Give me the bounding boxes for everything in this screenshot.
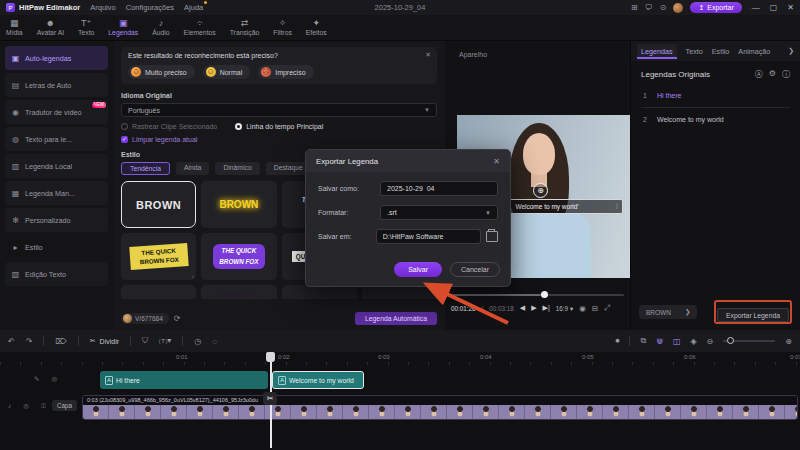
language-dropdown[interactable]: Português▼ [121, 103, 437, 117]
folder-icon[interactable] [486, 231, 498, 242]
speed-icon[interactable]: ◷ [194, 337, 201, 346]
translate-icon[interactable]: Ⓐ [755, 69, 763, 80]
feedback-normal-button[interactable]: ☺Normal [203, 65, 251, 79]
minimize-button[interactable]: — [752, 3, 760, 12]
style-card[interactable]: THE QUICK BROWN FOX [201, 233, 276, 280]
ribbon-texto[interactable]: T⁺Texto [78, 19, 94, 36]
clear-captions-checkbox[interactable]: ✓Limpar legenda atual [121, 136, 437, 143]
cover-button[interactable]: Capa [52, 400, 77, 411]
timeline-zoom-slider[interactable] [723, 340, 775, 342]
track-mute-icon[interactable]: ♪ [8, 402, 11, 410]
track-hide-icon[interactable]: ◎ [51, 375, 57, 383]
autoripple-icon[interactable]: ◫ [673, 337, 681, 346]
feedback-very-accurate-button[interactable]: ☺Muito preciso [128, 65, 195, 79]
style-card[interactable]: BROWN [362, 285, 437, 299]
seek-handle[interactable] [541, 291, 548, 298]
fullscreen-icon[interactable]: ⤢ [604, 303, 610, 313]
style-card[interactable]: BROWN [121, 181, 196, 228]
freeze-icon[interactable]: ◌ [212, 337, 217, 346]
sidebar-item-auto-legendas[interactable]: ▣Auto-legendas [5, 46, 108, 70]
seek-bar[interactable] [451, 294, 624, 296]
sidebar-item-legenda-local[interactable]: ▥Legenda Local [5, 154, 108, 178]
radio-track-clip[interactable]: Rastrear Clipe Selecionado [121, 123, 217, 130]
split-button[interactable]: ✂Dividir [90, 337, 119, 345]
caption-style-selector[interactable]: BROWN❯ [639, 305, 697, 319]
ratio-selector[interactable]: 16:9▾ [556, 305, 573, 312]
save-path-input[interactable] [376, 229, 481, 244]
snapshot-icon[interactable]: ◉ [579, 304, 586, 313]
dialog-close-icon[interactable]: ✕ [493, 157, 500, 166]
style-card[interactable]: THE QUICK BROWN FOX↓ [121, 233, 196, 280]
sidebar-item-texto-para-legenda[interactable]: ◍Texto para le... [5, 127, 108, 151]
ribbon-filtros[interactable]: ✧Filtros [273, 19, 292, 36]
sidebar-item-legenda-manual[interactable]: ▦Legenda Man... [5, 181, 108, 205]
zoom-out-icon[interactable]: ⊖ [707, 337, 714, 346]
ribbon-midia[interactable]: ▦Mídia [6, 19, 23, 36]
user-avatar[interactable] [673, 3, 683, 13]
sidebar-item-edicao-texto[interactable]: ▧Edição Texto [5, 262, 108, 286]
menu-ajuda[interactable]: Ajuda [184, 3, 203, 12]
record-voice-icon[interactable]: ⏺ [615, 336, 619, 346]
ribbon-avatar-ai[interactable]: ☻Avatar AI [37, 19, 64, 36]
transform-anchor-icon[interactable]: ⊕ [533, 183, 548, 198]
ribbon-transicao[interactable]: ⇄Transição [230, 19, 260, 36]
mask-icon[interactable]: ⛉ [142, 336, 148, 346]
tab-estilo[interactable]: Estilo [712, 47, 730, 56]
style-tab-dinamico[interactable]: Dinâmico [215, 162, 259, 175]
feedback-icon[interactable]: 🗩 [645, 3, 653, 12]
ribbon-legendas[interactable]: ▣Legendas [108, 19, 138, 36]
style-card[interactable]: THE QUICK BROWN FOX [121, 285, 196, 299]
user-id-pill[interactable]: V/677684 [121, 313, 169, 324]
layout-icon[interactable]: ⊞ [631, 3, 638, 12]
playhead[interactable]: ✂ [270, 352, 272, 448]
menu-arquivo[interactable]: Arquivo [90, 3, 115, 12]
cancel-button[interactable]: Cancelar [450, 262, 500, 277]
banner-close-icon[interactable]: ✕ [425, 51, 431, 59]
subtitle-clip-selected[interactable]: AWelcome to my world [272, 371, 364, 389]
caption-list-item[interactable]: 2Welcome to my world [631, 108, 800, 131]
sidebar-item-personalizado[interactable]: ✻Personalizado [5, 208, 108, 232]
refresh-icon[interactable]: ⟳ [174, 314, 181, 323]
ribbon-audio[interactable]: ♪Áudio [152, 19, 169, 36]
sidebar-item-letras-de-auto[interactable]: ▤Letras de Auto [5, 73, 108, 97]
track-edit-icon[interactable]: ✎ [34, 375, 39, 383]
tab-animacao[interactable]: Animação [738, 47, 770, 56]
caption-list-item[interactable]: 1Hi there [631, 84, 800, 107]
filename-input[interactable] [380, 181, 498, 196]
play-button[interactable]: ▶ [531, 304, 536, 312]
redo-icon[interactable]: ↷ [26, 337, 33, 346]
export-captions-button[interactable]: Exportar Legenda [717, 308, 789, 322]
style-card[interactable]: THE QUICK BROWN FOX [282, 285, 357, 299]
ribbon-efeitos[interactable]: ✦Efeitos [306, 19, 327, 36]
sidebar-item-tradutor-de-video[interactable]: ◉Tradutor de vídeoNEW [5, 100, 108, 124]
prev-frame-button[interactable]: ◀ [520, 304, 525, 312]
settings-icon[interactable]: ⚙ [769, 69, 776, 80]
zoom-in-icon[interactable]: ⊕ [785, 337, 792, 346]
track-lock-icon[interactable]: ⚿ [41, 402, 46, 410]
keyframe-icon[interactable]: ◈ [690, 337, 696, 346]
ribbon-elementos[interactable]: ⁘Elementos [184, 19, 216, 36]
video-clip[interactable]: 0:03 (2Ju08309_u998_466b_956z_0uVL05v812… [82, 395, 798, 420]
track-hide-icon[interactable]: ◎ [23, 402, 29, 410]
style-card[interactable]: BROWN [201, 285, 276, 299]
timeline-ruler[interactable]: 0:01 0:02 0:03 0:04 0:05 0:06 0:07 [0, 352, 800, 365]
info-icon[interactable]: ⓘ [782, 69, 790, 80]
sidebar-item-estilo[interactable]: ▸Estilo [5, 235, 108, 259]
feedback-inaccurate-button[interactable]: ☹Impreciso [258, 65, 313, 79]
chevron-right-icon[interactable]: ❯ [788, 47, 794, 55]
download-icon[interactable]: ⊙ [660, 3, 667, 12]
subtitle-clip[interactable]: AHi there [100, 371, 268, 389]
playhead-handle[interactable] [266, 352, 275, 362]
grid-icon[interactable]: ⊟ [592, 304, 598, 313]
link-icon[interactable]: ⧉ [640, 336, 646, 346]
style-card[interactable]: BROWN [201, 181, 276, 228]
magnet-icon[interactable]: ⋓ [656, 337, 663, 346]
tab-texto[interactable]: Texto [686, 47, 703, 56]
save-button[interactable]: Salvar [394, 262, 442, 277]
export-button[interactable]: ↥Exportar [690, 2, 741, 13]
auto-caption-button[interactable]: Legenda Automática [355, 312, 437, 325]
tab-legendas[interactable]: Legendas [637, 44, 677, 59]
style-tab-ainda[interactable]: Ainda [176, 162, 209, 175]
drag-handle-icon[interactable]: ⋮ [614, 202, 620, 209]
radio-main-timeline[interactable]: Linha do tempo Principal [235, 123, 323, 130]
